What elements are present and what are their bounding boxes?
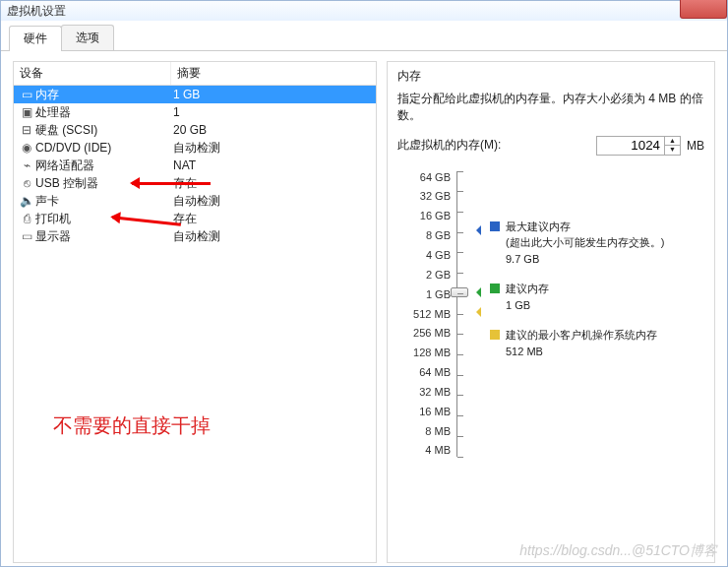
- tick-label: 64 MB: [397, 366, 451, 378]
- legend-max: 最大建议内存 (超出此大小可能发生内存交换。) 9.7 GB: [490, 219, 704, 268]
- col-device: 设备: [14, 62, 171, 85]
- table-row[interactable]: ⊟ 硬盘 (SCSI) 20 GB: [14, 121, 376, 139]
- square-icon: [490, 284, 500, 293]
- tick-label: 64 GB: [397, 171, 451, 183]
- marker-min: [471, 307, 481, 319]
- table-row[interactable]: ▣ 处理器 1: [14, 103, 376, 121]
- annotation-text: 不需要的直接干掉: [53, 412, 376, 439]
- table-row[interactable]: ▭ 显示器 自动检测: [14, 227, 376, 245]
- tabs: 硬件 选项: [1, 21, 727, 51]
- watermark: https://blog.csdn...@51CTO博客: [519, 542, 717, 560]
- device-name: 处理器: [35, 104, 173, 121]
- disk-icon: ⊟: [18, 123, 35, 137]
- display-icon: ▭: [18, 229, 35, 243]
- window-title: 虚拟机设置: [7, 3, 66, 20]
- printer-icon: ⎙: [18, 212, 35, 225]
- tick-label: 2 GB: [397, 269, 451, 281]
- device-name: 声卡: [35, 193, 173, 210]
- tick-label: 16 GB: [397, 210, 451, 221]
- tick-label: 16 MB: [397, 406, 451, 417]
- memory-desc: 指定分配给此虚拟机的内存量。内存大小必须为 4 MB 的倍数。: [397, 91, 704, 124]
- tick-label: 512 MB: [397, 308, 451, 320]
- titlebar: 虚拟机设置: [1, 1, 727, 21]
- device-name: 显示器: [35, 228, 173, 245]
- marker-max: [471, 225, 481, 237]
- annotation-arrow-usb: [132, 182, 211, 185]
- sound-icon: 🔈: [18, 194, 35, 208]
- tick-label: 8 MB: [397, 425, 451, 437]
- tick-label: 8 GB: [397, 229, 451, 241]
- table-header: 设备 摘要: [14, 62, 376, 86]
- table-row[interactable]: ▭ 内存 1 GB: [14, 86, 376, 103]
- memory-slider[interactable]: [456, 171, 476, 457]
- tick-label: 4 MB: [397, 444, 451, 456]
- memory-pane: 内存 指定分配给此虚拟机的内存量。内存大小必须为 4 MB 的倍数。 此虚拟机的…: [387, 61, 715, 563]
- device-list-pane: 设备 摘要 ▭ 内存 1 GB▣ 处理器 1⊟ 硬盘 (SCSI) 20 GB◉…: [13, 61, 377, 563]
- slider-thumb[interactable]: [451, 287, 468, 297]
- memory-unit: MB: [687, 139, 704, 153]
- usb-icon: ⎋: [18, 176, 35, 190]
- legend-min: 建议的最小客户机操作系统内存 512 MB: [490, 327, 704, 359]
- device-summary: NAT: [173, 158, 372, 172]
- square-icon: [490, 221, 500, 231]
- device-summary: 自动检测: [173, 140, 372, 157]
- memory-input[interactable]: [596, 136, 665, 156]
- memory-title: 内存: [397, 68, 704, 85]
- cpu-icon: ▣: [18, 105, 35, 119]
- close-button[interactable]: [680, 0, 727, 19]
- device-name: 网络适配器: [35, 158, 173, 174]
- device-summary: 20 GB: [173, 123, 372, 137]
- device-name: 内存: [35, 87, 173, 103]
- square-icon: [490, 330, 500, 340]
- slider-ticks: 64 GB32 GB16 GB8 GB4 GB2 GB1 GB512 MB256…: [397, 171, 456, 457]
- legend-rec: 建议内存 1 GB: [490, 281, 704, 313]
- table-row[interactable]: ⎙ 打印机 存在: [14, 210, 376, 227]
- device-name: CD/DVD (IDE): [35, 141, 173, 155]
- tick-label: 128 MB: [397, 346, 451, 358]
- device-summary: 1 GB: [173, 88, 372, 101]
- memory-spinner[interactable]: ▲▼: [665, 136, 681, 156]
- tick-label: 256 MB: [397, 327, 451, 339]
- memory-icon: ▭: [18, 88, 35, 101]
- cd-icon: ◉: [18, 141, 35, 155]
- tick-label: 1 GB: [397, 288, 451, 300]
- device-summary: 1: [173, 105, 372, 119]
- tab-hardware[interactable]: 硬件: [9, 26, 62, 51]
- device-name: 硬盘 (SCSI): [35, 122, 173, 139]
- tick-label: 32 GB: [397, 190, 451, 202]
- device-summary: 存在: [173, 211, 372, 227]
- col-summary: 摘要: [171, 62, 376, 85]
- device-summary: 自动检测: [173, 228, 372, 245]
- table-row[interactable]: ⌁ 网络适配器 NAT: [14, 157, 376, 174]
- device-summary: 自动检测: [173, 193, 372, 210]
- tab-options[interactable]: 选项: [61, 25, 114, 50]
- table-row[interactable]: 🔈 声卡 自动检测: [14, 192, 376, 210]
- memory-label: 此虚拟机的内存(M):: [397, 137, 501, 154]
- tick-label: 32 MB: [397, 386, 451, 398]
- marker-rec: [471, 287, 481, 299]
- tick-label: 4 GB: [397, 249, 451, 261]
- nic-icon: ⌁: [18, 158, 35, 172]
- table-row[interactable]: ◉ CD/DVD (IDE) 自动检测: [14, 139, 376, 157]
- legend: 最大建议内存 (超出此大小可能发生内存交换。) 9.7 GB 建议内存 1 GB: [476, 171, 704, 457]
